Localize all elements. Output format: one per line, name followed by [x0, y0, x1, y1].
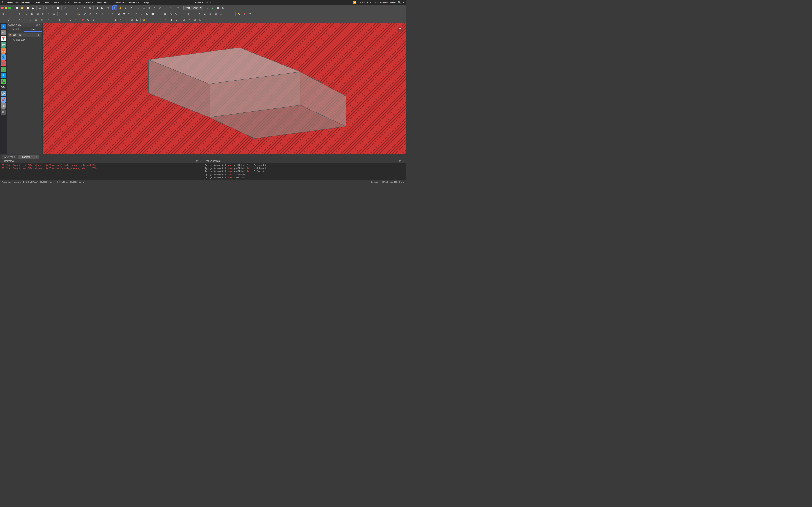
perspective-button[interactable]: ⟁ [24, 11, 29, 16]
bottom-view-button[interactable]: ▽ [157, 5, 162, 10]
open-file-button[interactable]: 📂 [20, 5, 25, 10]
sketch-split-btn[interactable]: ⊕ [57, 17, 62, 22]
nav-cube[interactable]: FC [396, 25, 404, 33]
toggle-constr-btn[interactable]: ⊡ [181, 17, 186, 22]
pd-point-btn[interactable]: · [230, 11, 235, 16]
sketch-ellipse-btn[interactable]: ⬭ [23, 17, 28, 22]
bg-button[interactable]: ▤ [51, 11, 56, 16]
constr-tangent-btn[interactable]: ∿ [118, 17, 123, 22]
refresh-button[interactable]: ↻ [75, 5, 80, 10]
menu-tools[interactable]: Tools [62, 1, 70, 4]
pd-polarpattern-btn[interactable]: ◎ [168, 11, 173, 16]
constr-lock-btn[interactable]: 🔒 [142, 17, 147, 22]
sketch-line-btn[interactable]: ╱ [6, 17, 11, 22]
report-close-icon[interactable]: ✕ [199, 160, 201, 162]
start-btn[interactable]: ● [205, 5, 210, 10]
zoom-out-button[interactable]: − [12, 11, 17, 16]
constr-block-btn[interactable]: ⊟ [135, 17, 140, 22]
left-view-button[interactable]: ◁ [163, 5, 168, 10]
pd-body-btn[interactable]: ⬡ [87, 11, 92, 16]
nav3d-button[interactable]: ↕ [69, 11, 74, 16]
pd-ref-btn[interactable]: 📍 [242, 11, 247, 16]
forward-button[interactable]: ▶ [100, 5, 105, 10]
sketch-attach-btn[interactable]: ⬡ [198, 17, 203, 22]
cursor-button[interactable]: ↖ [82, 5, 87, 10]
view-pan-button[interactable]: ✋ [118, 5, 123, 10]
workbench-selector[interactable]: Part Design [183, 6, 203, 10]
constr-radius-btn[interactable]: ○ [163, 17, 168, 22]
create-body-checkbox[interactable] [9, 39, 12, 41]
pd-rev-btn[interactable]: ↩ [105, 11, 110, 16]
pd-sect-btn[interactable]: ✦ [197, 11, 202, 16]
pd-clone-btn[interactable]: ⧉ [247, 11, 252, 16]
print-button[interactable]: 🖨 [38, 5, 43, 10]
report-expand-icon[interactable]: ⊞ [196, 160, 198, 162]
menu-macro[interactable]: Macro [73, 1, 82, 4]
sketch-validate-btn[interactable]: ✓ [187, 17, 192, 22]
minimize-button[interactable] [5, 7, 7, 9]
draw-style-button[interactable]: ◈ [17, 11, 22, 16]
pd-inv-btn[interactable]: ⊻ [202, 11, 207, 16]
constr-parallel-btn[interactable]: ∥ [107, 17, 112, 22]
stop-btn[interactable]: ■ [210, 5, 215, 10]
pd-pad-btn[interactable]: ⬆ [94, 11, 99, 16]
iso-view-button[interactable]: ◇ [136, 5, 141, 10]
zoom-in-button[interactable]: + [6, 11, 11, 16]
zoom-fit-button[interactable]: ⊞ [105, 5, 110, 10]
menu-file[interactable]: File [35, 1, 41, 4]
pd-bool-btn[interactable]: ⊕ [186, 11, 191, 16]
dock-files-icon[interactable]: 🗂 [1, 103, 6, 109]
pd-sketch-btn[interactable]: 📐 [77, 11, 81, 16]
sketch-trim-btn[interactable]: ✂ [46, 17, 51, 22]
viewport-3d[interactable]: FC [43, 23, 406, 154]
menu-sketch[interactable]: Sketch [84, 1, 94, 4]
pd-draft-btn[interactable]: ◺ [145, 11, 150, 16]
pd-addloft-btn[interactable]: ⬕ [116, 11, 121, 16]
clipping-button[interactable]: ⊞ [64, 11, 69, 16]
python-close-icon[interactable]: ✕ [402, 160, 404, 162]
dock-launch-icon[interactable]: 🚀 [1, 97, 6, 103]
top-view-button[interactable]: △ [152, 5, 157, 10]
save-button[interactable]: 💾 [31, 5, 36, 10]
pd-migrate-btn[interactable]: → [192, 11, 196, 16]
ambient-button[interactable]: ◭ [46, 11, 51, 16]
constr-pt-on-obj-btn[interactable]: ⊕ [91, 17, 96, 22]
menu-view[interactable]: View [53, 1, 60, 4]
ortho-button[interactable]: ⊟ [30, 11, 35, 16]
tab-tasks[interactable]: Tasks [24, 27, 42, 32]
sketch-slot-btn[interactable]: ▭ [39, 17, 44, 22]
section-collapse-icon[interactable]: ▲ [37, 34, 39, 36]
pd-meas-btn[interactable]: 📏 [237, 11, 242, 16]
pd-fillet-btn[interactable]: ◝ [134, 11, 139, 16]
back-view-button[interactable]: ▯ [147, 5, 152, 10]
texture-button[interactable]: ◫ [41, 11, 46, 16]
dock-maps-icon[interactable]: 🗺 [1, 42, 6, 48]
pd-btn3[interactable]: ⬜ [215, 5, 220, 10]
copy-button[interactable]: ⎘ [50, 5, 55, 10]
sketch-merge-btn[interactable]: ⊞ [192, 17, 197, 22]
close-button[interactable] [1, 7, 4, 9]
combo-close-icon[interactable]: ✕ [39, 23, 40, 26]
dock-music-icon[interactable]: 🎵 [1, 60, 6, 66]
pd-subloft-btn[interactable]: ⬔ [121, 11, 126, 16]
dock-vmware-icon[interactable]: VM [1, 85, 6, 90]
sketch-circle-btn[interactable]: ○ [17, 17, 22, 22]
view3d-button[interactable]: ⬡ [175, 5, 180, 10]
view-rotate-button[interactable]: ↺ [123, 5, 128, 10]
dock-tex-icon[interactable]: T [1, 66, 6, 72]
dock-settings-icon[interactable]: ⚙ [1, 30, 6, 35]
constr-perpendicular-btn[interactable]: ⊥ [113, 17, 118, 22]
menu-measure[interactable]: Measure [114, 1, 125, 4]
pd-attach-btn[interactable]: 🔗 [82, 11, 87, 16]
pd-thickness-btn[interactable]: ⬜ [150, 11, 155, 16]
sketch-point-btn[interactable]: · [1, 17, 6, 22]
cut-button[interactable]: ✂ [45, 5, 50, 10]
constr-symmetric-btn[interactable]: ⊞ [129, 17, 134, 22]
sketch-poly-btn[interactable]: ⬡ [28, 17, 33, 22]
pd-chamfer-btn[interactable]: ◟ [139, 11, 144, 16]
pd-mirror-btn[interactable]: ⇔ [157, 11, 162, 16]
pd-btn4[interactable]: ▷ [221, 5, 226, 10]
dock-firefox-icon[interactable]: 🦊 [1, 48, 6, 54]
sketch-arc-btn[interactable]: ◜ [12, 17, 17, 22]
tab-model[interactable]: Model [7, 27, 24, 32]
